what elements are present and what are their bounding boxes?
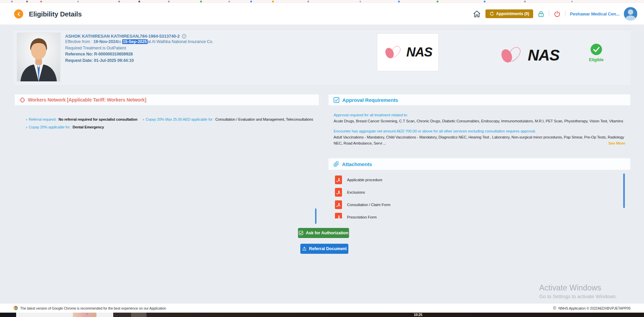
insurer-logo-text-large: NAS bbox=[528, 46, 559, 64]
eligible-check-icon bbox=[590, 43, 602, 55]
approval-panel-body: Approval required for all treatment rela… bbox=[328, 106, 631, 146]
network-scrollbar-thumb[interactable] bbox=[315, 208, 316, 224]
appointments-button[interactable]: Appointments (0) bbox=[485, 9, 533, 18]
nas-heart-icon bbox=[383, 43, 404, 62]
nas-heart-icon bbox=[499, 43, 525, 67]
insurer-logo-text: NAS bbox=[406, 45, 432, 60]
approval-rule2-body-line1: Adult Vaccinations - Mandatory, Child Va… bbox=[334, 134, 625, 140]
approval-rule1-heading: Approval required for all treatment rela… bbox=[334, 112, 625, 118]
paperclip-icon bbox=[333, 161, 339, 167]
chevron-left-icon bbox=[17, 12, 21, 16]
page-footer: The latest version of Google Chrome is r… bbox=[0, 303, 644, 313]
approval-rule2-body-line2: NEC, Road Ambulance, Servi ... See More bbox=[334, 141, 625, 146]
copyright-icon: © bbox=[553, 306, 556, 311]
taskbar-clock: 10:25 bbox=[414, 313, 422, 317]
appointments-label: Appointments (0) bbox=[496, 11, 529, 16]
referral-document-button[interactable]: Referral Document bbox=[300, 244, 348, 254]
clipped-taskbar-strip: 10:25 bbox=[0, 313, 644, 317]
attachments-list: Applicable procedure Exclusions Consulta… bbox=[328, 173, 631, 219]
attachment-item[interactable]: Exclusions bbox=[335, 186, 631, 198]
back-button[interactable] bbox=[14, 9, 23, 18]
pdf-file-icon bbox=[335, 200, 342, 209]
attachments-panel: Attachments Applicable procedure Exclusi… bbox=[328, 158, 631, 219]
lock-icon[interactable] bbox=[538, 10, 545, 17]
export-document-icon bbox=[302, 246, 307, 251]
page-title: Eligibility Details bbox=[29, 10, 82, 18]
network-panel: Workers Network [Applicable Tariff: Work… bbox=[14, 94, 319, 131]
approval-panel-header: Approval Requirements bbox=[328, 94, 631, 106]
patient-effective-line: Effective from : 19-Nov-2024to 15-Sep-20… bbox=[65, 39, 213, 45]
chevron-bullet-icon: › bbox=[143, 117, 144, 121]
network-panel-header: Workers Network [Applicable Tariff: Work… bbox=[14, 94, 319, 106]
patient-name-line: ASHOK KATHIRESAN KATHIRESAN,784-1984-531… bbox=[65, 34, 213, 39]
request-date-line: Request Date: 01-Jul-2025 09:44:10 bbox=[65, 57, 213, 64]
facility-name[interactable]: Peshawar Medical Cen... bbox=[570, 11, 619, 16]
pdf-file-icon bbox=[335, 175, 342, 184]
reference-number-line: Reference No: R-000000310659928 bbox=[65, 51, 213, 57]
medical-cross-icon bbox=[19, 97, 25, 103]
page-header: Eligibility Details Appointments (0) Pes… bbox=[0, 3, 644, 25]
network-panel-title: Workers Network [Applicable Tariff: Work… bbox=[28, 97, 146, 103]
browser-bookmarks-strip bbox=[0, 0, 644, 3]
attachments-panel-header: Attachments bbox=[328, 158, 631, 170]
attachments-panel-title: Attachments bbox=[342, 161, 372, 167]
logout-power-icon[interactable] bbox=[554, 10, 561, 17]
ask-for-authorization-button[interactable]: Ask for Authorization bbox=[298, 228, 349, 238]
chrome-icon bbox=[13, 306, 18, 310]
eligibility-status: Eligible bbox=[585, 43, 608, 62]
chevron-bullet-icon: › bbox=[26, 117, 27, 121]
patient-photo bbox=[17, 33, 60, 82]
home-icon[interactable] bbox=[473, 10, 481, 18]
taskbar-thumbnail-image bbox=[73, 313, 96, 317]
patient-banner: ASHOK KATHIRESAN KATHIRESAN,784-1984-531… bbox=[13, 30, 631, 85]
footer-browser-note: The latest version of Google Chrome is r… bbox=[20, 306, 166, 310]
user-avatar[interactable] bbox=[624, 7, 637, 21]
eligibility-details-page: Eligibility Details Appointments (0) Pes… bbox=[0, 0, 644, 317]
attachment-item[interactable]: Prescription Form bbox=[335, 211, 631, 219]
treatment-type-line: Required Treatment is OutPatient bbox=[65, 45, 213, 51]
attachment-item[interactable]: Consultation / Claim Form bbox=[335, 198, 631, 211]
approval-panel-title: Approval Requirements bbox=[342, 97, 398, 103]
pdf-file-icon bbox=[335, 188, 342, 197]
header-divider bbox=[549, 11, 549, 17]
activate-windows-watermark: Activate Windows Go to Settings to activ… bbox=[539, 283, 617, 299]
approval-rule2-heading: Encounter has aggregate net amount AED 7… bbox=[334, 128, 625, 134]
network-panel-body: › Referral required : No referral requir… bbox=[14, 106, 319, 131]
pdf-file-icon bbox=[335, 213, 342, 219]
network-rule-line-2: › Copay 20% applicable for : Dental Emer… bbox=[26, 123, 313, 131]
footer-copyright: NNHS Application © 2022AEDXBVPJETAPP05 bbox=[558, 306, 631, 310]
chevron-bullet-icon: › bbox=[26, 125, 27, 129]
header-divider bbox=[565, 11, 565, 17]
checkbox-icon bbox=[333, 97, 340, 103]
network-rule-line-1: › Referral required : No referral requir… bbox=[26, 116, 313, 123]
insurer-logo-large: NAS bbox=[487, 37, 571, 73]
insurer-logo-card: NAS bbox=[377, 33, 439, 71]
refresh-icon bbox=[489, 11, 494, 16]
status-badge: Eligible bbox=[585, 57, 608, 62]
attachment-item[interactable]: Applicable procedure bbox=[335, 173, 631, 186]
attachments-scrollbar-thumb[interactable] bbox=[623, 173, 625, 208]
approval-rule1-body: Acute Drugs, Breast Cancer Screening, C.… bbox=[334, 118, 625, 124]
effective-to-date-highlighted: 15-Sep-2025 bbox=[122, 39, 147, 44]
see-more-link[interactable]: See More bbox=[608, 141, 625, 146]
checkbox-check-icon bbox=[299, 231, 303, 235]
effective-from-date: 19-Nov-2024 bbox=[93, 39, 118, 44]
info-icon[interactable] bbox=[182, 34, 186, 39]
approval-panel: Approval Requirements Approval required … bbox=[328, 94, 631, 146]
